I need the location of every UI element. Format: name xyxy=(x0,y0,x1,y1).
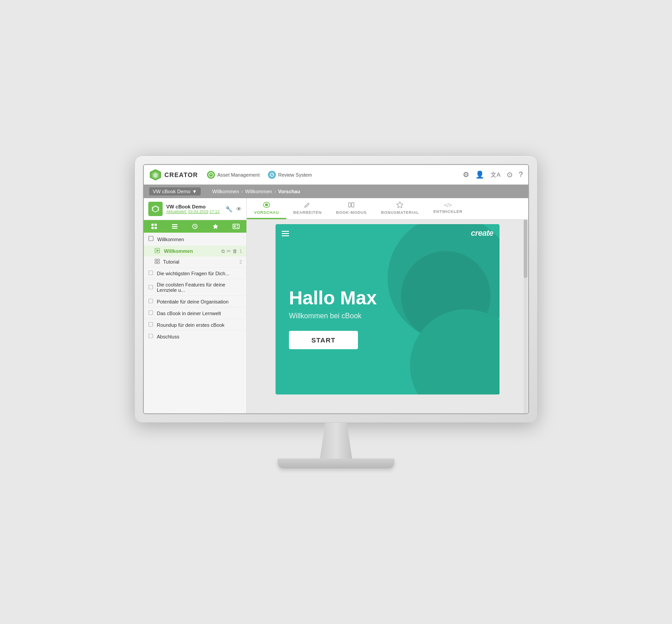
asset-management-link[interactable]: Asset Management xyxy=(207,171,260,179)
hamburger-line-3 xyxy=(282,235,289,236)
tab-bonusmaterial[interactable]: BONUSMATERIAL xyxy=(374,198,426,219)
chapter-icon-4 xyxy=(148,310,153,316)
top-nav: CREATOR Asset Management xyxy=(144,165,528,185)
svg-rect-22 xyxy=(155,259,157,261)
sidebar-chapter-3[interactable]: Potentiale für deine Organisation xyxy=(144,295,246,307)
copy-icon[interactable]: ⧉ xyxy=(221,248,225,254)
sidebar-tool-5[interactable] xyxy=(233,223,240,230)
svg-marker-36 xyxy=(397,202,403,208)
eye-icon[interactable]: 👁 xyxy=(236,206,242,212)
preview-scrollbar-thumb xyxy=(524,220,527,278)
help-icon[interactable]: ? xyxy=(519,171,523,179)
svg-rect-7 xyxy=(151,224,154,226)
user-icon[interactable]: 👤 xyxy=(475,170,484,179)
tab-entwickler[interactable]: </> ENTWICKLER xyxy=(426,198,470,219)
chapter-icon-3 xyxy=(148,299,153,304)
sidebar-section-label-1: Willkommen xyxy=(157,237,184,242)
breadcrumb-item-1[interactable]: Willkommen xyxy=(212,189,239,194)
nav-links: Asset Management Review System xyxy=(207,171,463,179)
grid-icon xyxy=(155,259,160,265)
breadcrumb-item-2[interactable]: Willkommen xyxy=(245,189,272,194)
logo-icon xyxy=(149,169,162,181)
sidebar-toolbar xyxy=(144,220,246,233)
svg-rect-13 xyxy=(172,228,177,229)
cbook-start-button[interactable]: START xyxy=(289,331,358,349)
language-icon[interactable]: 文A xyxy=(491,171,500,179)
review-system-link[interactable]: Review System xyxy=(268,171,312,179)
bonusmaterial-icon xyxy=(396,201,403,209)
sidebar-chapter-label-6: Abschluss xyxy=(157,334,179,339)
sidebar-tool-3[interactable] xyxy=(191,223,198,230)
tab-vorschau-label: VORSCHAU xyxy=(254,210,279,215)
breadcrumb-sep-2: › xyxy=(274,189,276,194)
settings-icon[interactable]: ⚙ xyxy=(463,170,469,179)
svg-rect-23 xyxy=(158,259,159,261)
svg-rect-26 xyxy=(149,271,153,275)
main-layout: VW cBook Demo Aktualisiert: 03.04.2019 1… xyxy=(144,198,528,413)
review-system-label: Review System xyxy=(278,172,312,178)
svg-rect-19 xyxy=(149,236,153,241)
tabs-bar: VORSCHAU BEARBEITEN xyxy=(247,198,528,220)
sidebar-chapter-label-4: Das cBook in deiner Lernwelt xyxy=(157,311,221,316)
sidebar-chapter-5[interactable]: Roundup für dein erstes cBook xyxy=(144,319,246,330)
project-date: Aktualisiert: 03.04.2019 17:12 xyxy=(166,209,220,214)
sidebar-subsection-label-tutorial: Tutorial xyxy=(163,259,179,264)
svg-rect-30 xyxy=(149,322,153,326)
chapter-icon-1 xyxy=(148,270,153,276)
logo-area: CREATOR xyxy=(149,169,198,181)
svg-rect-9 xyxy=(151,227,154,229)
breadcrumb-dropdown-arrow: ▼ xyxy=(192,189,197,194)
sidebar-item-willkommen[interactable]: Willkommen ⧉ ✂ 🗑 1 xyxy=(144,246,246,256)
svg-rect-17 xyxy=(237,225,238,226)
sidebar-chapter-6[interactable]: Abschluss xyxy=(144,330,246,342)
tab-book-modus[interactable]: BOOK-MODUS xyxy=(329,198,374,219)
tab-bearbeiten-label: BEARBEITEN xyxy=(293,210,322,215)
sidebar-chapter-4[interactable]: Das cBook in deiner Lernwelt xyxy=(144,307,246,319)
sidebar-nav: Willkommen Willkommen xyxy=(144,233,246,413)
sidebar: VW cBook Demo Aktualisiert: 03.04.2019 1… xyxy=(144,198,247,413)
svg-point-3 xyxy=(209,173,213,177)
breadcrumb-nav: Willkommen › Willkommen › Vorschau xyxy=(212,189,300,194)
svg-point-33 xyxy=(265,204,267,206)
svg-rect-34 xyxy=(349,203,351,207)
cbook-title: Hallo Max xyxy=(289,288,377,308)
project-name: VW cBook Demo xyxy=(166,204,220,209)
sidebar-tool-2[interactable] xyxy=(171,223,178,230)
svg-marker-2 xyxy=(154,173,157,178)
cbook-subtitle: Willkommen bei cBook xyxy=(289,312,362,320)
wrench-icon[interactable]: 🔧 xyxy=(225,206,233,212)
sidebar-item-willkommen-section[interactable]: Willkommen xyxy=(144,233,246,246)
sidebar-item-actions: ⧉ ✂ 🗑 1 xyxy=(221,248,242,254)
vorschau-icon xyxy=(263,202,270,209)
project-info: VW cBook Demo Aktualisiert: 03.04.2019 1… xyxy=(148,202,220,216)
hamburger-menu[interactable] xyxy=(282,231,289,236)
sidebar-item-tutorial[interactable]: Tutorial 2 xyxy=(144,256,246,267)
history-icon[interactable]: ⊙ xyxy=(507,170,513,179)
monitor-wrapper: CREATOR Asset Management xyxy=(134,156,538,468)
preview-area: create Hallo Max Willkommen bei cBook ST… xyxy=(247,220,528,413)
tab-entwickler-label: ENTWICKLER xyxy=(433,209,462,214)
breadcrumb-item-3[interactable]: Vorschau xyxy=(278,189,300,194)
trash-icon[interactable]: 🗑 xyxy=(233,248,237,254)
chapter-icon-6 xyxy=(148,334,153,339)
tab-vorschau[interactable]: VORSCHAU xyxy=(247,198,286,219)
content-area: VORSCHAU BEARBEITEN xyxy=(247,198,528,413)
scissors-icon[interactable]: ✂ xyxy=(227,248,231,254)
stand-base xyxy=(278,459,394,468)
svg-rect-35 xyxy=(352,203,354,207)
sidebar-tool-1[interactable] xyxy=(151,223,158,230)
preview-scrollbar[interactable] xyxy=(524,220,527,413)
chapter-icon-2 xyxy=(148,285,153,290)
breadcrumb-sep-1: › xyxy=(241,189,243,194)
project-header: VW cBook Demo Aktualisiert: 03.04.2019 1… xyxy=(144,198,246,220)
sidebar-chapter-label-2: Die coolsten Features für deine Lernziel… xyxy=(157,282,242,293)
svg-rect-31 xyxy=(149,334,153,338)
svg-rect-12 xyxy=(172,226,177,227)
monitor-stand xyxy=(278,423,394,468)
tab-bearbeiten[interactable]: BEARBEITEN xyxy=(286,198,329,219)
breadcrumb-dropdown[interactable]: VW cBook Demo ▼ xyxy=(149,187,201,195)
screen: CREATOR Asset Management xyxy=(143,164,529,414)
sidebar-tool-4[interactable] xyxy=(212,223,219,230)
sidebar-chapter-1[interactable]: Die wichtigsten Fragen für Dich... xyxy=(144,267,246,279)
sidebar-chapter-2[interactable]: Die coolsten Features für deine Lernziel… xyxy=(144,279,246,295)
